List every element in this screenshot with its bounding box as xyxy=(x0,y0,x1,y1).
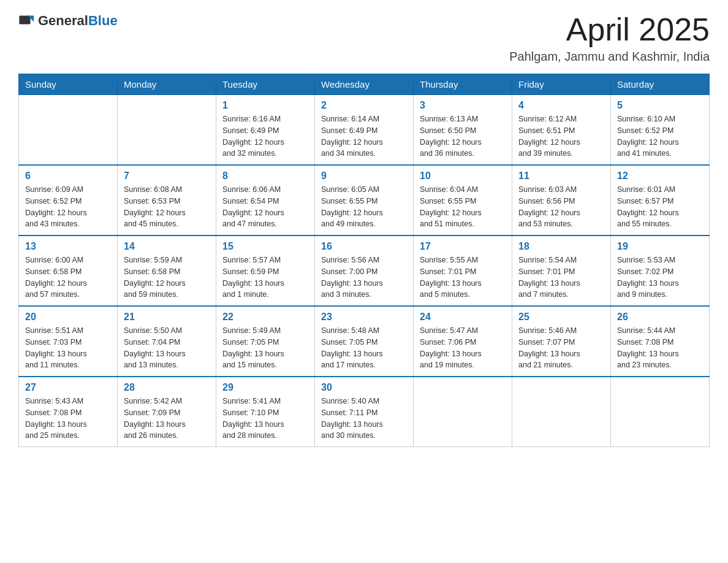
day-info: Sunrise: 5:40 AMSunset: 7:11 PMDaylight:… xyxy=(321,396,407,442)
day-number: 12 xyxy=(617,170,703,182)
calendar-cell: 20Sunrise: 5:51 AMSunset: 7:03 PMDayligh… xyxy=(19,306,118,377)
day-info: Sunrise: 6:04 AMSunset: 6:55 PMDaylight:… xyxy=(420,184,506,230)
calendar-week-row: 6Sunrise: 6:09 AMSunset: 6:52 PMDaylight… xyxy=(19,165,710,236)
calendar-cell: 17Sunrise: 5:55 AMSunset: 7:01 PMDayligh… xyxy=(414,236,512,306)
calendar-cell xyxy=(611,377,710,447)
day-number: 11 xyxy=(518,170,604,182)
calendar-cell: 4Sunrise: 6:12 AMSunset: 6:51 PMDaylight… xyxy=(512,95,611,166)
calendar-cell: 19Sunrise: 5:53 AMSunset: 7:02 PMDayligh… xyxy=(611,236,710,306)
day-number: 19 xyxy=(617,241,703,252)
calendar-cell: 27Sunrise: 5:43 AMSunset: 7:08 PMDayligh… xyxy=(19,377,118,447)
calendar-cell: 28Sunrise: 5:42 AMSunset: 7:09 PMDayligh… xyxy=(118,377,216,447)
day-number: 15 xyxy=(222,241,308,252)
day-info: Sunrise: 6:03 AMSunset: 6:56 PMDaylight:… xyxy=(518,184,604,230)
calendar-cell: 23Sunrise: 5:48 AMSunset: 7:05 PMDayligh… xyxy=(315,306,414,377)
day-info: Sunrise: 6:00 AMSunset: 6:58 PMDaylight:… xyxy=(25,255,111,301)
day-info: Sunrise: 5:51 AMSunset: 7:03 PMDaylight:… xyxy=(25,325,111,371)
day-info: Sunrise: 6:10 AMSunset: 6:52 PMDaylight:… xyxy=(617,113,703,159)
calendar-week-row: 13Sunrise: 6:00 AMSunset: 6:58 PMDayligh… xyxy=(19,236,710,306)
calendar-cell: 22Sunrise: 5:49 AMSunset: 7:05 PMDayligh… xyxy=(216,306,315,377)
day-number: 21 xyxy=(124,312,210,323)
day-number: 28 xyxy=(124,382,210,393)
day-number: 29 xyxy=(222,382,308,393)
column-header-monday: Monday xyxy=(118,74,216,95)
day-info: Sunrise: 5:49 AMSunset: 7:05 PMDaylight:… xyxy=(222,325,308,371)
calendar-cell: 6Sunrise: 6:09 AMSunset: 6:52 PMDaylight… xyxy=(19,165,118,236)
calendar-cell: 18Sunrise: 5:54 AMSunset: 7:01 PMDayligh… xyxy=(512,236,611,306)
calendar-cell xyxy=(19,95,118,166)
calendar-cell: 7Sunrise: 6:08 AMSunset: 6:53 PMDaylight… xyxy=(118,165,216,236)
calendar-cell: 26Sunrise: 5:44 AMSunset: 7:08 PMDayligh… xyxy=(611,306,710,377)
calendar-cell: 21Sunrise: 5:50 AMSunset: 7:04 PMDayligh… xyxy=(118,306,216,377)
day-number: 20 xyxy=(25,312,111,323)
calendar-week-row: 20Sunrise: 5:51 AMSunset: 7:03 PMDayligh… xyxy=(19,306,710,377)
calendar-cell: 30Sunrise: 5:40 AMSunset: 7:11 PMDayligh… xyxy=(315,377,414,447)
day-number: 24 xyxy=(420,312,506,323)
day-number: 17 xyxy=(420,241,506,252)
calendar-cell: 14Sunrise: 5:59 AMSunset: 6:58 PMDayligh… xyxy=(118,236,216,306)
day-info: Sunrise: 6:05 AMSunset: 6:55 PMDaylight:… xyxy=(321,184,407,230)
day-info: Sunrise: 6:01 AMSunset: 6:57 PMDaylight:… xyxy=(617,184,703,230)
calendar-cell: 11Sunrise: 6:03 AMSunset: 6:56 PMDayligh… xyxy=(512,165,611,236)
svg-rect-0 xyxy=(19,16,30,25)
logo-icon xyxy=(18,12,36,29)
column-header-wednesday: Wednesday xyxy=(315,74,414,95)
calendar-week-row: 1Sunrise: 6:16 AMSunset: 6:49 PMDaylight… xyxy=(19,95,710,166)
day-info: Sunrise: 5:41 AMSunset: 7:10 PMDaylight:… xyxy=(222,396,308,442)
day-number: 4 xyxy=(518,100,604,111)
calendar-cell xyxy=(414,377,512,447)
day-info: Sunrise: 5:55 AMSunset: 7:01 PMDaylight:… xyxy=(420,255,506,301)
column-header-sunday: Sunday xyxy=(19,74,118,95)
calendar-header-row: SundayMondayTuesdayWednesdayThursdayFrid… xyxy=(19,74,710,95)
day-number: 26 xyxy=(617,312,703,323)
calendar-cell: 24Sunrise: 5:47 AMSunset: 7:06 PMDayligh… xyxy=(414,306,512,377)
day-number: 6 xyxy=(25,170,111,182)
calendar-cell: 1Sunrise: 6:16 AMSunset: 6:49 PMDaylight… xyxy=(216,95,315,166)
day-info: Sunrise: 6:14 AMSunset: 6:49 PMDaylight:… xyxy=(321,113,407,159)
calendar-cell xyxy=(512,377,611,447)
calendar-cell: 3Sunrise: 6:13 AMSunset: 6:50 PMDaylight… xyxy=(414,95,512,166)
day-number: 25 xyxy=(518,312,604,323)
calendar-cell: 29Sunrise: 5:41 AMSunset: 7:10 PMDayligh… xyxy=(216,377,315,447)
month-title: April 2025 xyxy=(509,12,710,47)
day-number: 18 xyxy=(518,241,604,252)
calendar-cell: 8Sunrise: 6:06 AMSunset: 6:54 PMDaylight… xyxy=(216,165,315,236)
day-info: Sunrise: 5:50 AMSunset: 7:04 PMDaylight:… xyxy=(124,325,210,371)
calendar-cell: 13Sunrise: 6:00 AMSunset: 6:58 PMDayligh… xyxy=(19,236,118,306)
day-info: Sunrise: 5:43 AMSunset: 7:08 PMDaylight:… xyxy=(25,396,111,442)
logo-blue-text: Blue xyxy=(88,13,118,28)
title-block: April 2025 Pahlgam, Jammu and Kashmir, I… xyxy=(509,12,710,64)
day-info: Sunrise: 5:47 AMSunset: 7:06 PMDaylight:… xyxy=(420,325,506,371)
day-number: 3 xyxy=(420,100,506,111)
day-info: Sunrise: 6:16 AMSunset: 6:49 PMDaylight:… xyxy=(222,113,308,159)
day-info: Sunrise: 5:48 AMSunset: 7:05 PMDaylight:… xyxy=(321,325,407,371)
day-info: Sunrise: 5:56 AMSunset: 7:00 PMDaylight:… xyxy=(321,255,407,301)
calendar-cell: 16Sunrise: 5:56 AMSunset: 7:00 PMDayligh… xyxy=(315,236,414,306)
column-header-friday: Friday xyxy=(512,74,611,95)
day-info: Sunrise: 5:53 AMSunset: 7:02 PMDaylight:… xyxy=(617,255,703,301)
calendar-cell: 25Sunrise: 5:46 AMSunset: 7:07 PMDayligh… xyxy=(512,306,611,377)
day-info: Sunrise: 5:57 AMSunset: 6:59 PMDaylight:… xyxy=(222,255,308,301)
location-title: Pahlgam, Jammu and Kashmir, India xyxy=(509,50,710,64)
day-number: 23 xyxy=(321,312,407,323)
day-info: Sunrise: 6:09 AMSunset: 6:52 PMDaylight:… xyxy=(25,184,111,230)
page-header: GeneralBlue April 2025 Pahlgam, Jammu an… xyxy=(18,12,710,64)
day-number: 10 xyxy=(420,170,506,182)
calendar-cell: 9Sunrise: 6:05 AMSunset: 6:55 PMDaylight… xyxy=(315,165,414,236)
day-info: Sunrise: 5:42 AMSunset: 7:09 PMDaylight:… xyxy=(124,396,210,442)
calendar-table: SundayMondayTuesdayWednesdayThursdayFrid… xyxy=(18,74,710,447)
day-number: 8 xyxy=(222,170,308,182)
day-number: 16 xyxy=(321,241,407,252)
day-number: 1 xyxy=(222,100,308,111)
day-info: Sunrise: 5:46 AMSunset: 7:07 PMDaylight:… xyxy=(518,325,604,371)
calendar-cell: 2Sunrise: 6:14 AMSunset: 6:49 PMDaylight… xyxy=(315,95,414,166)
day-number: 13 xyxy=(25,241,111,252)
day-number: 22 xyxy=(222,312,308,323)
day-info: Sunrise: 5:54 AMSunset: 7:01 PMDaylight:… xyxy=(518,255,604,301)
calendar-cell xyxy=(118,95,216,166)
logo: GeneralBlue xyxy=(18,12,118,29)
column-header-saturday: Saturday xyxy=(611,74,710,95)
day-info: Sunrise: 5:44 AMSunset: 7:08 PMDaylight:… xyxy=(617,325,703,371)
day-info: Sunrise: 5:59 AMSunset: 6:58 PMDaylight:… xyxy=(124,255,210,301)
calendar-cell: 5Sunrise: 6:10 AMSunset: 6:52 PMDaylight… xyxy=(611,95,710,166)
